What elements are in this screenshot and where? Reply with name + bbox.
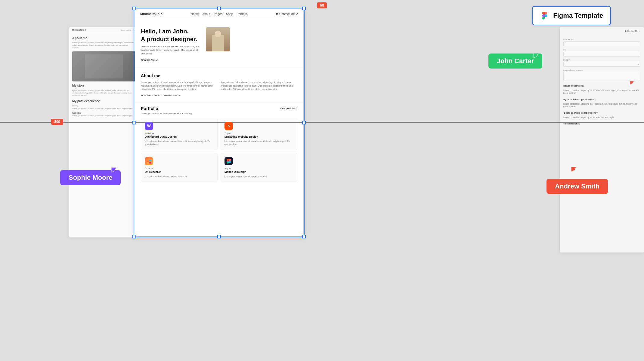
right-a1: Lorem, consectetur adipiscing elit. Et t… (563, 89, 640, 94)
webflow-app-label: Webflow (145, 132, 214, 135)
portfolio-hero-headline: Hello, I am John. A product designer. (141, 27, 201, 43)
webflow-icon: W (145, 122, 153, 130)
zapier-card-title: Marketing Website Design (224, 135, 293, 138)
svg-marker-0 (630, 81, 634, 84)
right-inquiry-textarea[interactable] (563, 72, 640, 81)
hero-person-body (212, 35, 224, 51)
hero-person-head (215, 31, 221, 37)
portfolio-about-section: About me Lorem ipsum dolor sit amet, con… (135, 69, 303, 102)
portfolio-about-col2: Lorem ipsum dolor sit amet, consectetur … (221, 81, 297, 91)
portfolio-about-title: About me (141, 73, 297, 78)
right-frame-content: ⚈ Contact Me ↗ your email? ect l help? ▾… (560, 27, 644, 130)
svg-rect-10 (227, 161, 229, 164)
portfolio-nav-links: Home About Pages Shop Portfolio (191, 12, 248, 16)
svg-rect-6 (229, 159, 231, 161)
figma-logo-icon (540, 11, 550, 20)
figma-card-app-label: Figma (224, 167, 293, 170)
figma-card-desc: Lorem ipsum dolor sit amet, consectetur … (224, 175, 293, 178)
right-inquiry-label: inquiry about a project... (563, 69, 640, 71)
portfolio-about-links: More about me ↗ View resume ↗ (141, 94, 297, 97)
left-exp-desc2: Lorem ipsum dolor sit amet, consectetur … (72, 115, 135, 117)
right-a3: Lorem, consectetur adipiscing elit. Et t… (563, 116, 640, 119)
left-exp-desc1: Lorem ipsum dolor sit amet, consectetur … (72, 107, 135, 110)
measurement-line (0, 122, 644, 123)
portfolio-section-subtitle: Lorem ipsum dolor sit amet, consectetur … (141, 112, 297, 115)
airtable-icon (145, 157, 153, 165)
right-q3: -posts or article collaborations? (563, 112, 640, 114)
portfolio-card-figma[interactable]: Figma Mobile UI Design Lorem ipsum dolor… (221, 153, 297, 182)
right-email-label: your email? (563, 38, 640, 41)
svg-rect-1 (147, 161, 149, 162)
left-exp-title: My past experience (72, 99, 135, 103)
svg-rect-4 (149, 162, 151, 164)
portfolio-nav-logo: Minimalfolio X (140, 12, 163, 16)
figma-card-title: Mobile UI Design (224, 170, 293, 173)
left-exp-sketch: Sketch (72, 105, 135, 107)
zapier-card-desc: Lorem ipsum dolor sit amet, consectetur … (224, 140, 293, 146)
left-nav-links: Home About P... (120, 29, 135, 31)
zapier-icon: ✳ (224, 122, 233, 130)
webflow-card-title: Dashboard UI/UX Design (145, 135, 214, 138)
zapier-app-label: Zapier (224, 132, 293, 135)
right-a2: Lorem, consectetur adipiscing elit. Turp… (563, 102, 640, 108)
svg-point-9 (229, 161, 231, 163)
figma-template-label: Figma Template (553, 12, 603, 20)
portfolio-about-columns: Lorem ipsum dolor sit amet, consectetur … (141, 81, 297, 91)
portfolio-view-all-link[interactable]: View portfolio ↗ (280, 107, 297, 110)
svg-marker-12 (111, 167, 116, 172)
portfolio-card-airtable[interactable]: Airtable UX Research Lorem ipsum dolor s… (141, 153, 218, 182)
portfolio-section-header: Portfolio View portfolio ↗ (141, 106, 297, 111)
purple-cursor-icon (111, 167, 117, 175)
left-about-title: About me (72, 36, 135, 40)
portfolio-section-title: Portfolio (141, 106, 158, 111)
green-cursor-icon (533, 53, 539, 60)
andrew-smith-badge: Andrew Smith (546, 179, 608, 194)
width-indicator: 60 (317, 2, 327, 8)
height-indicator: 800 (51, 119, 63, 125)
svg-rect-5 (227, 159, 229, 161)
portfolio-nav-contact[interactable]: ⚈ Contact Me ↗ (276, 12, 298, 16)
portfolio-hero-cta[interactable]: Contact Me ↗ (141, 59, 201, 62)
portfolio-resume-link[interactable]: View resume ↗ (163, 94, 180, 97)
right-project-input[interactable] (563, 52, 640, 57)
left-background-frame: Minimalfolio X Home About P... About me … (69, 27, 138, 237)
airtable-card-desc: Lorem ipsum dolor sit amet, consectetur … (145, 175, 214, 178)
right-help-label: l help? (563, 59, 640, 61)
portfolio-hero-description: Lorem ipsum dolor sit amet, consectetur … (141, 45, 201, 56)
portfolio-about-col1: Lorem ipsum dolor sit amet, consectetur … (141, 81, 217, 91)
right-project-label: ect (563, 49, 640, 51)
portfolio-more-about-link[interactable]: More about me ↗ (141, 94, 160, 97)
svg-marker-11 (533, 53, 538, 58)
right-q2: ng for full-time opportunities? (563, 98, 640, 101)
left-story-text: Lorem ipsum dolor sit amet, consectetur … (72, 89, 135, 96)
portfolio-nav: Minimalfolio X Home About Pages Shop Por… (135, 9, 303, 19)
right-cursor-icon (630, 80, 634, 86)
portfolio-hero: Hello, I am John. A product designer. Lo… (135, 19, 303, 68)
left-about-text: Lorem ipsum dolor sit amet, consectetur … (72, 41, 135, 49)
hero-person-illustration (206, 27, 230, 51)
left-hero-image (72, 51, 135, 81)
svg-rect-3 (147, 162, 149, 164)
right-email-input[interactable] (563, 41, 640, 46)
svg-marker-13 (571, 167, 576, 172)
left-about-section: About me Lorem ipsum dolor sit amet, con… (69, 33, 138, 99)
portfolio-section: Portfolio View portfolio ↗ Lorem ipsum d… (135, 102, 303, 187)
left-nav: Minimalfolio X Home About P... (69, 27, 138, 33)
portfolio-hero-image (206, 27, 230, 51)
figma-template-badge: Figma Template (532, 6, 611, 25)
right-q1: nce/contract work? (563, 84, 640, 87)
red-cursor-icon (571, 166, 577, 174)
portfolio-hero-text: Hello, I am John. A product designer. Lo… (141, 27, 201, 62)
portfolio-grid: W Webflow Dashboard UI/UX Design Lorem i… (141, 118, 297, 182)
svg-rect-2 (149, 160, 151, 161)
left-story-title: My story (72, 84, 135, 87)
airtable-card-title: UX Research (145, 170, 214, 173)
right-q4: collaborations? (563, 122, 640, 125)
webflow-card-desc: Lorem ipsum dolor sit amet, consectetur … (145, 140, 214, 146)
left-exp-webflow: Webflow (72, 112, 135, 115)
left-experience-section: My past experience Sketch Lorem ipsum do… (69, 99, 138, 119)
left-nav-logo: Minimalfolio X (72, 29, 86, 31)
right-nav: ⚈ Contact Me ↗ (563, 30, 640, 32)
right-help-select[interactable]: ▾ (563, 62, 640, 67)
right-background-frame: ⚈ Contact Me ↗ your email? ect l help? ▾… (560, 27, 644, 252)
